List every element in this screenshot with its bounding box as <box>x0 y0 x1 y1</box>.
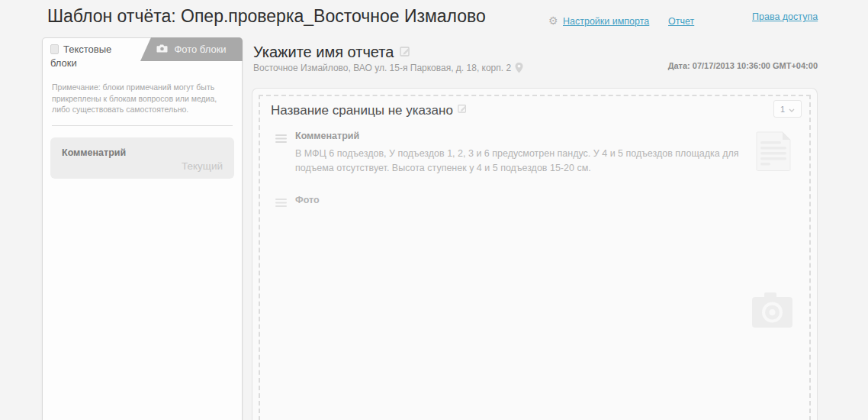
page-dropzone: Название сраницы не указано 1 Комменатри… <box>259 95 811 420</box>
tab-text-blocks-label: Текстовые блоки <box>50 44 111 69</box>
photo-block: Фото <box>275 195 320 205</box>
tab-text-blocks[interactable]: Текстовые блоки <box>43 38 140 69</box>
sidebar-block-comment[interactable]: Комменатрий Текущий <box>50 137 234 179</box>
page-number-value: 1 <box>780 105 785 114</box>
page-icon <box>50 44 59 57</box>
sidebar-note: Примечание: блоки примечаний могут быть … <box>52 82 233 115</box>
chevron-down-icon <box>789 105 795 114</box>
edit-page-name-icon[interactable] <box>458 102 468 117</box>
import-settings-link[interactable]: Настройки импорта <box>563 16 649 27</box>
page-name: Название сраницы не указано <box>271 102 468 118</box>
sidebar-divider <box>52 125 233 126</box>
report-address-text: Восточное Измайлово, ВАО ул. 15-я Парков… <box>253 63 511 73</box>
location-pin-icon <box>515 63 523 76</box>
sidebar-block-status: Текущий <box>62 160 223 172</box>
report-name: Укажите имя отчета <box>253 43 411 61</box>
gear-icon: ⚙ <box>548 15 558 26</box>
page-title: Шаблон отчёта: Опер.проверка_Восточное И… <box>47 6 486 27</box>
report-address: Восточное Измайлово, ВАО ул. 15-я Парков… <box>253 63 523 76</box>
edit-report-name-icon[interactable] <box>400 43 411 60</box>
sidebar-block-title: Комменатрий <box>62 147 223 158</box>
access-rights-link[interactable]: Права доступа <box>752 11 818 22</box>
report-link[interactable]: Отчет <box>668 16 694 27</box>
page-layout-card: Название сраницы не указано 1 Комменатри… <box>252 88 818 420</box>
photo-block-title: Фото <box>295 195 320 205</box>
tab-photo-blocks-label: Фото блоки <box>174 44 226 55</box>
report-date: Дата: 07/17/2013 10:36:00 GMT+04:00 <box>668 61 818 70</box>
drag-handle-icon[interactable] <box>275 196 287 210</box>
tab-photo-blocks[interactable]: Фото блоки <box>140 37 243 61</box>
blocks-sidebar: Текстовые блоки Фото блоки Примечание: б… <box>42 37 243 420</box>
camera-icon <box>156 44 168 55</box>
comment-block: Комменатрий В МФЦ 6 подъездов, У подъезд… <box>275 131 748 176</box>
comment-block-text: В МФЦ 6 подъездов, У подъездов 1, 2, 3 и… <box>295 147 748 176</box>
comment-block-title: Комменатрий <box>295 131 748 141</box>
camera-placeholder-icon <box>751 292 796 332</box>
page-name-text: Название сраницы не указано <box>271 103 453 118</box>
report-name-text: Укажите имя отчета <box>253 44 394 60</box>
sidebar-tab-bar: Текстовые блоки Фото блоки <box>43 38 242 69</box>
document-icon <box>754 131 793 174</box>
drag-handle-icon[interactable] <box>275 132 287 146</box>
report-template-page: Шаблон отчёта: Опер.проверка_Восточное И… <box>0 0 868 420</box>
page-number-select[interactable]: 1 <box>773 100 802 118</box>
